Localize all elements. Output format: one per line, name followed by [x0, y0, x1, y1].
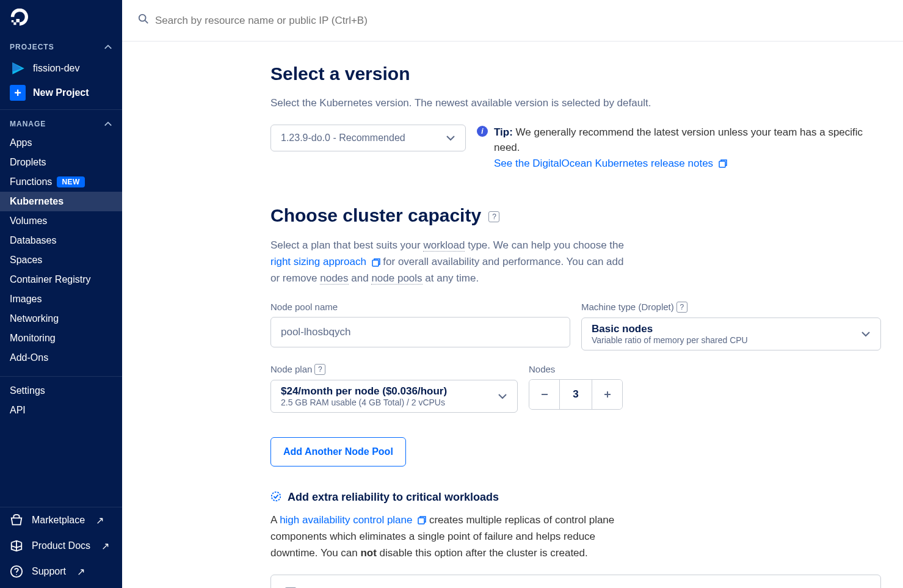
version-row: 1.23.9-do.0 - Recommended i Tip: We gene… — [270, 125, 881, 172]
tip-text: Tip: We generally recommend the latest v… — [494, 125, 881, 172]
svg-point-1 — [139, 15, 146, 21]
ha-box: Create cluster on a high availability co… — [270, 575, 881, 588]
ha-control-plane-link[interactable]: high availability control plane — [280, 514, 412, 526]
release-notes-link[interactable]: See the DigitalOcean Kubernetes release … — [494, 158, 713, 169]
chevron-down-icon — [861, 329, 871, 339]
topbar — [122, 0, 903, 42]
sidebar-item-product-docs[interactable]: Product Docs ↗ — [0, 533, 122, 559]
chevron-up-icon — [104, 120, 112, 128]
sidebar-item-functions[interactable]: Functions NEW — [0, 172, 122, 192]
help-icon[interactable]: ? — [314, 364, 325, 375]
add-another-node-pool-button[interactable]: Add Another Node Pool — [270, 437, 406, 466]
external-link-icon: ↗ — [96, 515, 104, 526]
version-title: Select a version — [270, 64, 881, 84]
nodes-decrement[interactable] — [529, 380, 560, 409]
right-sizing-link[interactable]: right sizing approach — [270, 256, 366, 267]
form-row-2: Node plan ? $24/month per node ($0.036/h… — [270, 364, 881, 413]
sidebar-item-volumes[interactable]: Volumes — [0, 211, 122, 231]
pool-name-input[interactable] — [270, 317, 570, 347]
nodes-label: Nodes — [529, 364, 623, 374]
sidebar-item-api[interactable]: API — [0, 401, 122, 420]
node-pools-tooltip[interactable]: node pools — [371, 272, 422, 285]
sidebar-item-kubernetes[interactable]: Kubernetes — [0, 192, 122, 211]
external-icon — [372, 258, 380, 267]
search-wrap[interactable] — [138, 13, 887, 27]
help-icon[interactable]: ? — [488, 211, 499, 222]
node-plan-field: Node plan ? $24/month per node ($0.036/h… — [270, 364, 518, 413]
sidebar-footer: Marketplace ↗ Product Docs ↗ Support ↗ — [0, 507, 122, 588]
node-plan-label: Node plan ? — [270, 364, 518, 375]
reliability-icon — [270, 491, 281, 504]
info-icon: i — [477, 126, 488, 137]
plus-icon: + — [10, 85, 26, 101]
machine-type-select[interactable]: Basic nodes Variable ratio of memory per… — [581, 318, 881, 350]
node-plan-sub: 2.5 GB RAM usable (4 GB Total) / 2 vCPUs — [281, 397, 447, 407]
sidebar-item-support[interactable]: Support ↗ — [0, 559, 122, 588]
manage-header[interactable]: MANAGE — [0, 110, 122, 133]
content: Select a version Select the Kubernetes v… — [270, 42, 881, 588]
sidebar-item-settings[interactable]: Settings — [0, 377, 122, 401]
projects-label: PROJECTS — [10, 43, 54, 51]
version-select[interactable]: 1.23.9-do.0 - Recommended — [270, 125, 466, 151]
version-desc: Select the Kubernetes version. The newes… — [270, 95, 881, 111]
new-project[interactable]: + New Project — [0, 81, 122, 109]
sidebar-item-spaces[interactable]: Spaces — [0, 250, 122, 270]
logo-row — [0, 0, 122, 33]
svg-rect-4 — [719, 161, 725, 167]
svg-point-6 — [272, 492, 280, 500]
sidebar-item-images[interactable]: Images — [0, 289, 122, 309]
marketplace-icon — [10, 514, 23, 527]
version-selected: 1.23.9-do.0 - Recommended — [281, 132, 405, 143]
node-plan-title: $24/month per node ($0.036/hour) — [281, 385, 447, 397]
search-icon — [138, 13, 149, 27]
tip-box: i Tip: We generally recommend the latest… — [477, 125, 881, 172]
digitalocean-logo-icon[interactable] — [10, 9, 29, 28]
nodes-increment[interactable] — [592, 380, 622, 409]
sidebar-item-monitoring[interactable]: Monitoring — [0, 328, 122, 348]
machine-type-label: Machine type (Droplet) ? — [581, 302, 881, 313]
sidebar-item-apps[interactable]: Apps — [0, 133, 122, 153]
pool-name-field: Node pool name — [270, 302, 570, 350]
capacity-desc: Select a plan that best suits your workl… — [270, 237, 625, 287]
project-item[interactable]: fission-dev — [0, 56, 122, 81]
chevron-up-icon — [104, 43, 112, 51]
external-link-icon: ↗ — [77, 566, 85, 578]
ha-desc: A high availability control plane create… — [270, 512, 625, 562]
external-icon — [418, 516, 426, 524]
sidebar-item-addons[interactable]: Add-Ons — [0, 348, 122, 368]
machine-type-field: Machine type (Droplet) ? Basic nodes Var… — [581, 302, 881, 350]
docs-icon — [10, 539, 23, 553]
machine-type-title: Basic nodes — [592, 323, 748, 335]
sidebar-item-networking[interactable]: Networking — [0, 309, 122, 328]
new-badge: NEW — [57, 176, 85, 187]
machine-type-sub: Variable ratio of memory per shared CPU — [592, 335, 748, 345]
sidebar: PROJECTS fission-dev + New Project MANAG… — [0, 0, 122, 588]
new-project-label: New Project — [33, 87, 89, 98]
capacity-title: Choose cluster capacity ? — [270, 205, 881, 226]
sidebar-item-container-registry[interactable]: Container Registry — [0, 270, 122, 289]
nodes-value: 3 — [560, 380, 592, 409]
sidebar-item-marketplace[interactable]: Marketplace ↗ — [0, 507, 122, 533]
sidebar-item-databases[interactable]: Databases — [0, 231, 122, 250]
support-icon — [10, 565, 23, 578]
chevron-down-icon — [498, 391, 507, 401]
help-icon[interactable]: ? — [676, 302, 687, 313]
external-icon — [719, 159, 727, 168]
projects-header[interactable]: PROJECTS — [0, 33, 122, 56]
nodes-tooltip[interactable]: nodes — [320, 272, 348, 285]
manage-label: MANAGE — [10, 120, 46, 128]
project-name: fission-dev — [33, 63, 79, 74]
workload-tooltip[interactable]: workload — [423, 239, 465, 252]
pool-name-label: Node pool name — [270, 302, 570, 312]
form-row-1: Node pool name Machine type (Droplet) ? … — [270, 302, 881, 350]
nodes-field: Nodes 3 — [529, 364, 623, 413]
project-icon — [10, 60, 26, 76]
svg-rect-5 — [372, 260, 379, 266]
sidebar-item-droplets[interactable]: Droplets — [0, 153, 122, 172]
search-input[interactable] — [155, 15, 887, 27]
nodes-stepper: 3 — [529, 379, 623, 410]
node-plan-select[interactable]: $24/month per node ($0.036/hour) 2.5 GB … — [270, 380, 518, 413]
svg-rect-7 — [418, 518, 424, 524]
ha-header-title: Add extra reliability to critical worklo… — [288, 491, 499, 504]
chevron-down-icon — [446, 133, 455, 143]
